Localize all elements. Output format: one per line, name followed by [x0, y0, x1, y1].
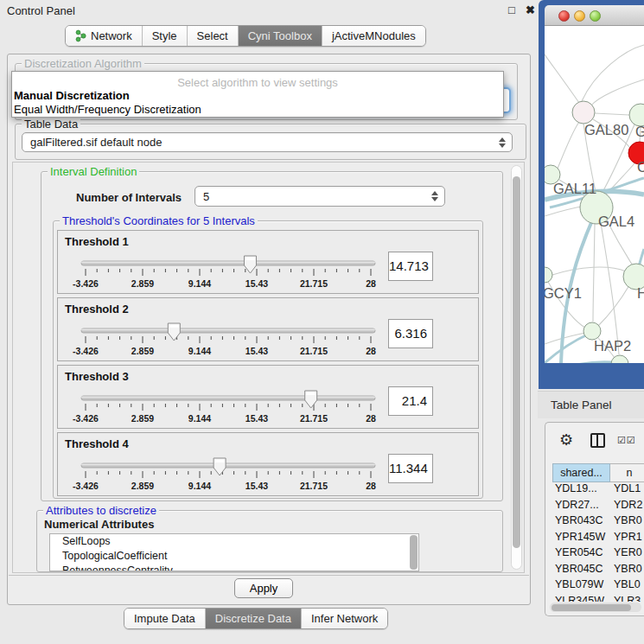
cell-name: YDR2: [610, 499, 644, 515]
svg-text:-3.426: -3.426: [73, 413, 99, 424]
svg-text:-3.426: -3.426: [73, 278, 99, 289]
svg-text:21.715: 21.715: [300, 346, 328, 356]
cell-shared-name: YBR045C: [552, 563, 610, 579]
table-row[interactable]: YPR145W YPR1: [552, 531, 644, 547]
table-row[interactable]: YER054C YER0: [552, 546, 644, 563]
svg-text:15.43: 15.43: [245, 346, 268, 356]
column-header-name[interactable]: n: [610, 463, 644, 482]
tab-network[interactable]: Network: [66, 26, 142, 46]
tab-style[interactable]: Style: [142, 26, 187, 46]
network-view-window: GAL80GCGAL11GAL4GCY1HHAP2: [539, 0, 644, 389]
attribute-list-item[interactable]: TopologicalCoefficient: [50, 549, 418, 564]
float-window-icon[interactable]: □: [508, 3, 515, 16]
svg-text:28: 28: [366, 413, 376, 424]
node-label: GAL4: [598, 214, 634, 229]
svg-text:9.144: 9.144: [188, 481, 211, 491]
table-body: YDL19... YDL1YDR27... YDR2YBR043C YBR0YP…: [552, 482, 644, 602]
settings-scrollbar-thumb[interactable]: [513, 176, 520, 548]
tab-impute-data[interactable]: Impute Data: [124, 609, 205, 628]
tab-cyni-toolbox[interactable]: Cyni Toolbox: [238, 26, 322, 46]
table-row[interactable]: YDL19... YDL1: [552, 482, 644, 499]
select-columns-icon[interactable]: ☑☑: [617, 435, 636, 446]
column-layout-icon[interactable]: [590, 433, 605, 448]
network-node[interactable]: [545, 267, 552, 283]
thresholds-group: Threshold's Coordinates for 5 Intervals …: [53, 220, 483, 499]
popup-item-manual-discretization[interactable]: Manual Discretization: [12, 89, 503, 103]
table-row[interactable]: YBL079W YBL0: [552, 578, 644, 595]
threshold-1-slider[interactable]: -3.4262.8599.14415.4321.71528: [68, 252, 397, 293]
threshold-2-slider[interactable]: -3.4262.8599.14415.4321.71528: [68, 319, 397, 360]
threshold-2-value-field[interactable]: 6.316: [388, 319, 433, 348]
node-label: HAP2: [594, 338, 631, 354]
threshold-4-slider[interactable]: -3.4262.8599.14415.4321.71528: [68, 454, 397, 495]
popup-item-equal-width-frequency[interactable]: Equal Width/Frequency Discretization: [12, 103, 503, 117]
network-window-titlebar[interactable]: [545, 5, 644, 26]
threshold-3-value-field[interactable]: 21.4: [388, 386, 433, 416]
node-label: H: [637, 285, 644, 301]
settings-scroll-viewport: Interval Definition Number of Intervals …: [12, 162, 525, 573]
table-hscrollbar-thumb[interactable]: [552, 604, 631, 611]
tab-discretize-data[interactable]: Discretize Data: [205, 609, 301, 628]
table-row[interactable]: YDR27... YDR2: [552, 499, 644, 515]
settings-scrollbar-track[interactable]: [511, 165, 522, 570]
network-canvas[interactable]: GAL80GCGAL11GAL4GCY1HHAP2: [545, 26, 644, 363]
network-graph: GAL80GCGAL11GAL4GCY1HHAP2: [545, 26, 644, 363]
table-hscrollbar-track[interactable]: [550, 603, 641, 612]
cell-shared-name: YLR345W: [552, 595, 610, 603]
svg-text:-3.426: -3.426: [73, 346, 99, 356]
svg-text:21.715: 21.715: [300, 278, 328, 289]
table-data-group: Table Data galFiltered.sif default node: [15, 124, 526, 160]
close-traffic-light-icon[interactable]: [558, 10, 570, 22]
gear-icon[interactable]: ⚙: [559, 430, 573, 450]
network-node[interactable]: [583, 322, 601, 340]
tab-jactivemnodules[interactable]: jActiveMNodules: [322, 26, 425, 46]
cell-name: YPR1: [610, 531, 644, 547]
bottom-tabbar: Impute Data Discretize Data Infer Networ…: [124, 608, 388, 629]
attribute-list-item[interactable]: BetweennessCentrality: [50, 564, 418, 571]
attribute-list-item[interactable]: SelfLoops: [50, 534, 418, 549]
numerical-attributes-list[interactable]: SelfLoopsTopologicalCoefficientBetweenne…: [49, 533, 419, 571]
threshold-3-slider[interactable]: -3.4262.8599.14415.4321.71528: [68, 386, 397, 428]
minimize-traffic-light-icon[interactable]: [574, 10, 585, 22]
zoom-traffic-light-icon[interactable]: [590, 10, 601, 22]
numerical-attributes-label: Numerical Attributes: [44, 518, 154, 531]
threshold-2-label: Threshold 2: [65, 303, 129, 316]
svg-text:2.859: 2.859: [131, 278, 154, 289]
table-row[interactable]: YBR043C YBR0: [552, 514, 644, 531]
cell-shared-name: YBR043C: [552, 514, 610, 531]
combo-arrows-icon: [499, 137, 506, 148]
network-node[interactable]: [572, 101, 595, 124]
list-scrollbar[interactable]: [410, 535, 418, 570]
node-label: C: [637, 159, 644, 175]
table-row[interactable]: YBR045C YBR0: [552, 563, 644, 579]
apply-button[interactable]: Apply: [234, 578, 293, 598]
threshold-1-value-field[interactable]: 14.713: [388, 252, 433, 281]
threshold-4-panel: Threshold 4 -3.4262.8599.14415.4321.7152…: [57, 432, 479, 496]
network-icon: [75, 29, 86, 42]
threshold-4-value-field[interactable]: 11.344: [388, 454, 433, 483]
node-label: GAL11: [553, 181, 596, 196]
svg-text:28: 28: [366, 481, 376, 491]
tab-infer-network[interactable]: Infer Network: [301, 609, 387, 628]
svg-text:2.859: 2.859: [131, 346, 154, 356]
table-row[interactable]: YLR345W YLR3: [552, 595, 644, 603]
threshold-1-label: Threshold 1: [65, 235, 129, 248]
tab-select[interactable]: Select: [187, 26, 238, 46]
svg-text:9.144: 9.144: [188, 413, 211, 424]
number-of-intervals-combobox[interactable]: 5: [194, 186, 445, 207]
table-panel-title: Table Panel: [551, 399, 612, 411]
table-panel: ⚙ ☑☑ shared... n YDL19... YDL1YDR27... Y…: [545, 422, 644, 616]
cell-shared-name: YER054C: [552, 546, 610, 563]
tab-network-label: Network: [91, 29, 132, 42]
cell-name: YLR3: [610, 595, 644, 603]
table-data-combobox[interactable]: galFiltered.sif default node: [22, 132, 513, 152]
column-header-shared-name[interactable]: shared...: [552, 463, 610, 482]
algorithm-dropdown-popup: Select algorithm to view settings Manual…: [11, 71, 504, 118]
close-icon[interactable]: ✖: [526, 3, 535, 16]
threshold-3-label: Threshold 3: [65, 370, 129, 383]
interval-definition-label: Interval Definition: [48, 165, 139, 178]
cell-name: YBL0: [610, 578, 644, 595]
interval-definition-group: Interval Definition Number of Intervals …: [41, 171, 503, 501]
svg-text:21.715: 21.715: [300, 481, 328, 491]
table-header-row: shared... n: [552, 463, 644, 482]
